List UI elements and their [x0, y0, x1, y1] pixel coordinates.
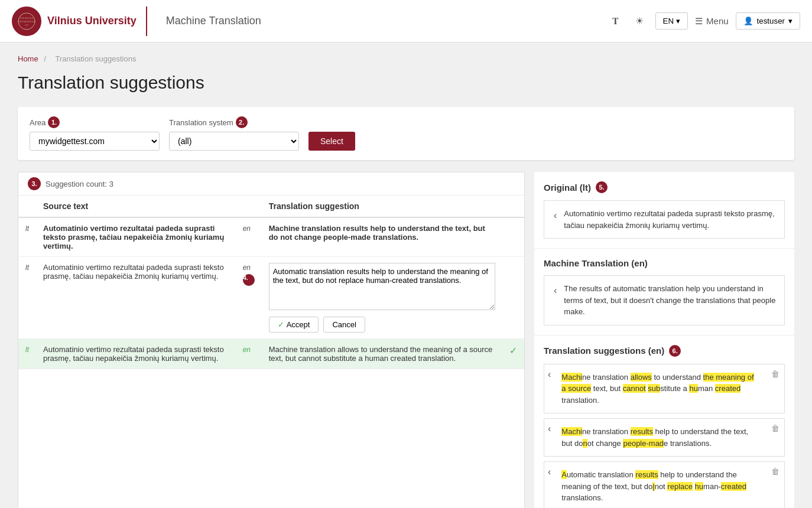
accept-button[interactable]: ✓ Accept [269, 317, 319, 333]
cancel-button[interactable]: Cancel [323, 317, 365, 333]
lang-source-1: lt [18, 217, 36, 257]
suggestion-2-delete-button[interactable]: 🗑 [771, 424, 779, 433]
suggestion-2-prev-button[interactable]: ‹ [544, 419, 554, 439]
area-label: Area 1. [30, 116, 160, 128]
machine-translation-text: The results of automatic translation hel… [564, 283, 777, 318]
user-label: testuser [757, 17, 785, 25]
machine-translation-section: Machine Translation (en) ‹ The results o… [534, 249, 794, 336]
svg-text:VILNIAUS: VILNIAUS [20, 17, 34, 19]
translation-system-filter-group: Translation system 2. (all) [169, 116, 299, 151]
language-selector[interactable]: EN ▾ [655, 12, 688, 30]
suggestion-item-1: ‹ Machine translation allows to understa… [544, 364, 785, 414]
machine-translation-title: Machine Translation (en) [544, 258, 785, 268]
translation-suggestions-title-text: Translation suggestions (en) [544, 346, 664, 356]
suggestion-1-delete-button[interactable]: 🗑 [771, 369, 779, 379]
table-row: lt Automatinio vertimo rezultatai padeda… [18, 339, 524, 369]
translation-system-select[interactable]: (all) [169, 132, 299, 151]
suggestion-2-actions: 🗑 [766, 419, 784, 438]
breadcrumb: Home / Translation suggestions [18, 54, 794, 63]
breadcrumb-home[interactable]: Home [18, 54, 38, 63]
font-size-button[interactable]: 𝐓 [608, 14, 623, 29]
theme-button[interactable]: ☀ [631, 13, 648, 29]
table-row: lt Automatinio vertimo rezultatai padeda… [18, 217, 524, 257]
suggestion-count-text: Suggestion count: 3 [46, 180, 113, 188]
breadcrumb-current: Translation suggestions [56, 54, 137, 63]
suggestion-1-actions: 🗑 [766, 364, 784, 383]
lang-source-2: lt [18, 257, 36, 339]
main-content: Home / Translation suggestions Translati… [0, 43, 812, 508]
suggestion-item-3: ‹ Automatic translation results help to … [544, 461, 785, 508]
chevron-down-icon: ▾ [676, 17, 680, 25]
chevron-down-icon: ▾ [788, 17, 792, 25]
right-column: Original (lt) 5. ‹ Automatinio vertimo r… [534, 172, 794, 508]
original-prev-button[interactable]: ‹ [551, 208, 559, 223]
translation-system-label: Translation system 2. [169, 116, 299, 128]
breadcrumb-separator: / [44, 54, 46, 63]
source-text-1: Automatinio vertimo rezultatai padeda su… [36, 217, 236, 257]
step-4-badge: 4. [243, 274, 255, 286]
suggestion-count: 3. Suggestion count: 3 [18, 172, 524, 196]
suggestion-item-2: ‹ Machine translation results help to un… [544, 418, 785, 457]
step-3-badge: 3. [28, 177, 41, 190]
translation-suggestions-section: Translation suggestions (en) 6. ‹ Machin… [534, 336, 794, 509]
lang-source-3: lt [18, 339, 36, 369]
table-row: lt Automatinio vertimo rezultatai padeda… [18, 257, 524, 339]
table-header-row: Source text Translation suggestion [18, 196, 524, 217]
header-right: 𝐓 ☀ EN ▾ ☰ Menu 👤 testuser ▾ [608, 12, 800, 30]
source-text-3: Automatinio vertimo rezultatai padeda su… [36, 339, 236, 369]
accepted-icon-cell: ✓ [502, 339, 524, 369]
svg-text:UNIVERSITETAS: UNIVERSITETAS [18, 20, 36, 23]
area-select[interactable]: mywidgettest.com [30, 132, 160, 151]
original-title: Original (lt) 5. [544, 181, 785, 193]
edit-actions: ✓ Accept Cancel [269, 317, 495, 333]
source-text-2: Automatinio vertimo rezultatai padeda su… [36, 257, 236, 339]
source-text-header: Source text [36, 196, 236, 217]
suggestion-3-delete-button[interactable]: 🗑 [771, 467, 779, 476]
menu-label: Menu [706, 16, 729, 26]
suggestion-2-text: Machine translation results help to unde… [554, 419, 766, 456]
machine-translation-box: ‹ The results of automatic translation h… [544, 275, 785, 325]
check-icon: ✓ [278, 320, 284, 329]
user-menu-button[interactable]: 👤 testuser ▾ [736, 12, 800, 30]
two-column-layout: 3. Suggestion count: 3 Source text Trans… [18, 172, 794, 508]
area-filter-group: Area 1. mywidgettest.com [30, 116, 160, 151]
step-5-badge: 5. [596, 181, 608, 193]
machine-prev-button[interactable]: ‹ [551, 283, 559, 298]
original-section: Original (lt) 5. ‹ Automatinio vertimo r… [534, 172, 794, 249]
lang-target-2: en 4. [236, 257, 262, 339]
machine-translation-title-text: Machine Translation (en) [544, 258, 648, 268]
logo-text: Vilnius University [47, 15, 137, 28]
lang-target-3: en [236, 339, 262, 369]
suggestion-3-prev-button[interactable]: ‹ [544, 462, 554, 482]
suggestion-3-text: Automatic translation results help to un… [554, 462, 766, 508]
translation-suggestion-header: Translation suggestion [262, 196, 502, 217]
filter-area: Area 1. mywidgettest.com Translation sys… [18, 107, 794, 160]
hamburger-icon: ☰ [695, 16, 703, 27]
accepted-checkmark-icon: ✓ [509, 346, 517, 356]
logo-area: VILNIAUS UNIVERSITETAS 1579 Vilnius Univ… [12, 6, 147, 36]
translation-text-3: Machine translation allows to understand… [262, 339, 502, 369]
translation-system-label-text: Translation system [169, 118, 233, 127]
step-1-badge: 1. [48, 116, 60, 128]
translation-suggestions-title: Translation suggestions (en) 6. [544, 345, 785, 357]
translation-table: Source text Translation suggestion lt Au… [18, 196, 524, 369]
page-title: Translation suggestions [18, 73, 794, 93]
left-column: 3. Suggestion count: 3 Source text Trans… [18, 172, 525, 508]
original-title-text: Original (lt) [544, 183, 591, 193]
translation-text-1: Machine translation results help to unde… [262, 217, 502, 257]
lang-target-1: en [236, 217, 262, 257]
area-label-text: Area [30, 118, 46, 127]
step-6-badge: 6. [669, 345, 681, 357]
suggestion-1-text: Machine translation allows to understand… [554, 364, 766, 413]
accept-label: Accept [287, 320, 310, 329]
suggestion-3-actions: 🗑 [766, 462, 784, 481]
app-title: Machine Translation [166, 15, 261, 27]
original-text: Automatinio vertimo rezultatai padeda su… [564, 208, 777, 231]
translation-edit-textarea[interactable]: Automatic translation results help to un… [269, 263, 495, 310]
lang-label: EN [663, 17, 674, 25]
header: VILNIAUS UNIVERSITETAS 1579 Vilnius Univ… [0, 0, 812, 43]
svg-text:1579: 1579 [25, 24, 29, 27]
select-button[interactable]: Select [308, 132, 355, 151]
menu-button[interactable]: ☰ Menu [695, 16, 729, 27]
suggestion-1-prev-button[interactable]: ‹ [544, 364, 554, 385]
